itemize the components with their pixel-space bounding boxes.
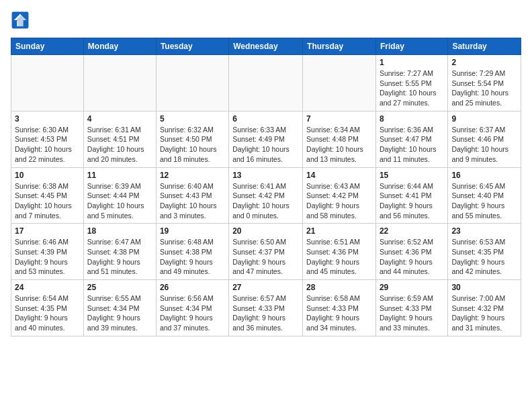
- day-info: Sunrise: 6:51 AM: [306, 237, 372, 247]
- day-number: 6: [232, 114, 299, 124]
- day-info: Daylight: 9 hours and 47 minutes.: [232, 257, 299, 277]
- calendar-cell: 3Sunrise: 6:30 AMSunset: 4:53 PMDaylight…: [11, 111, 84, 167]
- day-info: Daylight: 9 hours and 58 minutes.: [306, 201, 372, 220]
- day-info: Sunrise: 7:27 AM: [380, 68, 444, 79]
- day-info: Sunset: 4:50 PM: [160, 134, 225, 144]
- calendar-cell: 10Sunrise: 6:38 AMSunset: 4:45 PMDayligh…: [11, 167, 84, 224]
- calendar-header-row: SundayMondayTuesdayWednesdayThursdayFrid…: [11, 38, 521, 55]
- calendar-cell: 16Sunrise: 6:45 AMSunset: 4:40 PMDayligh…: [448, 167, 521, 224]
- day-number: 13: [232, 171, 299, 180]
- day-number: 28: [306, 283, 372, 292]
- day-info: Sunset: 4:39 PM: [15, 247, 80, 257]
- day-info: Sunset: 4:32 PM: [451, 304, 517, 314]
- calendar-cell: 20Sunrise: 6:50 AMSunset: 4:37 PMDayligh…: [229, 224, 303, 280]
- calendar-cell: 21Sunrise: 6:51 AMSunset: 4:36 PMDayligh…: [303, 224, 376, 280]
- day-info: Sunset: 5:55 PM: [380, 79, 444, 89]
- day-info: Sunrise: 6:59 AM: [380, 293, 444, 304]
- day-header-saturday: Saturday: [448, 38, 521, 55]
- day-info: Sunrise: 6:54 AM: [15, 293, 80, 304]
- day-header-friday: Friday: [375, 38, 447, 55]
- day-info: Sunset: 4:44 PM: [87, 191, 152, 201]
- logo: [11, 11, 32, 30]
- calendar-cell: 2Sunrise: 7:29 AMSunset: 5:54 PMDaylight…: [448, 55, 521, 111]
- calendar-cell: 17Sunrise: 6:46 AMSunset: 4:39 PMDayligh…: [11, 224, 84, 280]
- day-info: Sunset: 4:33 PM: [380, 304, 444, 314]
- day-number: 16: [451, 171, 517, 180]
- day-number: 15: [380, 171, 444, 180]
- day-info: Daylight: 10 hours and 0 minutes.: [232, 201, 299, 220]
- day-info: Sunset: 4:37 PM: [232, 247, 299, 257]
- day-info: Sunset: 4:36 PM: [306, 247, 372, 257]
- calendar-cell: 13Sunrise: 6:41 AMSunset: 4:42 PMDayligh…: [229, 167, 303, 224]
- day-number: 7: [306, 114, 372, 124]
- day-info: Sunrise: 6:36 AM: [380, 125, 444, 135]
- calendar-cell: 23Sunrise: 6:53 AMSunset: 4:35 PMDayligh…: [448, 224, 521, 280]
- calendar-cell: 25Sunrise: 6:55 AMSunset: 4:34 PMDayligh…: [83, 280, 156, 336]
- day-info: Sunrise: 6:48 AM: [160, 237, 225, 247]
- day-info: Sunrise: 6:31 AM: [87, 125, 152, 135]
- calendar-cell: 24Sunrise: 6:54 AMSunset: 4:35 PMDayligh…: [11, 280, 84, 336]
- day-info: Daylight: 9 hours and 51 minutes.: [87, 257, 152, 277]
- day-number: 17: [15, 226, 80, 236]
- day-info: Sunrise: 6:57 AM: [232, 293, 299, 304]
- day-info: Sunset: 4:43 PM: [160, 191, 225, 201]
- day-info: Daylight: 10 hours and 25 minutes.: [451, 88, 517, 107]
- day-number: 1: [380, 58, 444, 67]
- day-info: Daylight: 9 hours and 45 minutes.: [306, 257, 372, 277]
- day-number: 18: [87, 226, 152, 236]
- day-info: Sunrise: 7:29 AM: [451, 68, 517, 79]
- day-info: Sunset: 4:45 PM: [15, 191, 80, 201]
- day-info: Sunrise: 6:33 AM: [232, 125, 299, 135]
- day-info: Sunset: 4:38 PM: [87, 247, 152, 257]
- day-info: Sunrise: 6:44 AM: [380, 181, 444, 191]
- calendar-week-row: 17Sunrise: 6:46 AMSunset: 4:39 PMDayligh…: [11, 224, 521, 280]
- calendar-cell: 8Sunrise: 6:36 AMSunset: 4:47 PMDaylight…: [375, 111, 447, 167]
- logo-icon: [11, 11, 30, 30]
- day-info: Daylight: 9 hours and 34 minutes.: [306, 313, 372, 332]
- day-info: Sunset: 4:35 PM: [15, 304, 80, 314]
- day-info: Sunrise: 6:45 AM: [451, 181, 517, 191]
- day-info: Sunrise: 6:37 AM: [451, 125, 517, 135]
- calendar-cell: [11, 55, 84, 111]
- day-number: 14: [306, 171, 372, 180]
- day-number: 20: [232, 226, 299, 236]
- calendar-cell: 30Sunrise: 7:00 AMSunset: 4:32 PMDayligh…: [448, 280, 521, 336]
- day-number: 19: [160, 226, 225, 236]
- calendar-cell: 14Sunrise: 6:43 AMSunset: 4:42 PMDayligh…: [303, 167, 376, 224]
- day-number: 23: [451, 226, 517, 236]
- calendar-week-row: 10Sunrise: 6:38 AMSunset: 4:45 PMDayligh…: [11, 167, 521, 224]
- calendar-cell: [303, 55, 376, 111]
- day-header-sunday: Sunday: [11, 38, 84, 55]
- day-info: Sunset: 4:48 PM: [306, 134, 372, 144]
- day-info: Daylight: 10 hours and 9 minutes.: [451, 144, 517, 164]
- calendar-cell: 27Sunrise: 6:57 AMSunset: 4:33 PMDayligh…: [229, 280, 303, 336]
- day-number: 24: [15, 283, 80, 292]
- day-info: Daylight: 9 hours and 40 minutes.: [15, 313, 80, 332]
- day-info: Daylight: 9 hours and 36 minutes.: [232, 313, 299, 332]
- day-info: Sunrise: 6:41 AM: [232, 181, 299, 191]
- day-number: 4: [87, 114, 152, 124]
- calendar-cell: [229, 55, 303, 111]
- day-info: Daylight: 10 hours and 27 minutes.: [380, 88, 444, 107]
- day-info: Daylight: 9 hours and 42 minutes.: [451, 257, 517, 277]
- day-number: 26: [160, 283, 225, 292]
- day-info: Sunrise: 6:32 AM: [160, 125, 225, 135]
- day-number: 11: [87, 171, 152, 180]
- calendar-cell: 1Sunrise: 7:27 AMSunset: 5:55 PMDaylight…: [375, 55, 447, 111]
- calendar-cell: 6Sunrise: 6:33 AMSunset: 4:49 PMDaylight…: [229, 111, 303, 167]
- day-number: 9: [451, 114, 517, 124]
- day-info: Sunrise: 6:38 AM: [15, 181, 80, 191]
- day-info: Daylight: 9 hours and 55 minutes.: [451, 201, 517, 220]
- day-number: 3: [15, 114, 80, 124]
- calendar-cell: 7Sunrise: 6:34 AMSunset: 4:48 PMDaylight…: [303, 111, 376, 167]
- day-info: Sunrise: 6:47 AM: [87, 237, 152, 247]
- day-number: 5: [160, 114, 225, 124]
- day-number: 29: [380, 283, 444, 292]
- day-header-tuesday: Tuesday: [156, 38, 228, 55]
- day-info: Sunset: 4:42 PM: [232, 191, 299, 201]
- day-info: Sunrise: 7:00 AM: [451, 293, 517, 304]
- day-info: Sunrise: 6:40 AM: [160, 181, 225, 191]
- day-info: Sunset: 4:51 PM: [87, 134, 152, 144]
- day-info: Daylight: 9 hours and 33 minutes.: [380, 313, 444, 332]
- calendar-cell: 15Sunrise: 6:44 AMSunset: 4:41 PMDayligh…: [375, 167, 447, 224]
